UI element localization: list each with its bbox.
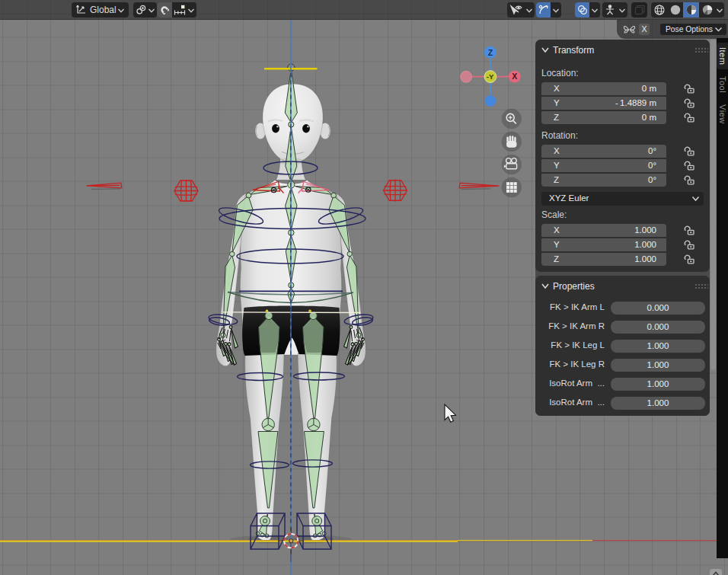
svg-text:-Y: -Y [487,72,494,81]
svg-text:Z: Z [488,48,493,57]
svg-text:X: X [512,72,517,81]
